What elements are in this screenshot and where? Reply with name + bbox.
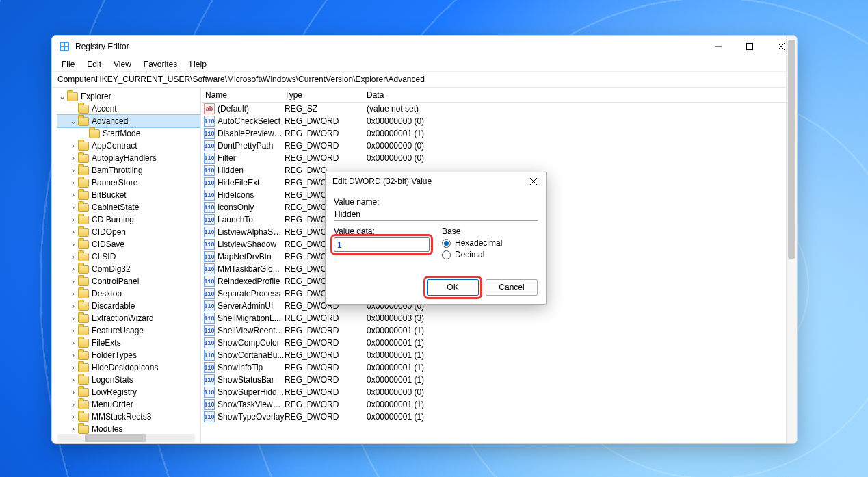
minimize-button[interactable] — [702, 36, 734, 57]
expand-collapse-icon[interactable]: › — [68, 338, 78, 348]
tree-pane[interactable]: ⌄ExplorerAccent⌄AdvancedStartMode›AppCon… — [52, 88, 201, 443]
list-row[interactable]: 110ShellViewReente...REG_DWORD0x00000001… — [201, 324, 797, 337]
scrollbar-thumb[interactable] — [788, 40, 795, 259]
list-row[interactable]: 110DontPrettyPathREG_DWORD0x00000000 (0) — [201, 140, 797, 152]
list-header[interactable]: Name Type Data — [201, 88, 797, 103]
menu-favorites[interactable]: Favorites — [138, 58, 183, 70]
expand-collapse-icon[interactable]: › — [68, 326, 78, 335]
expand-collapse-icon[interactable]: › — [68, 227, 78, 237]
tree-item[interactable]: ›FolderTypes — [57, 349, 200, 361]
tree-item[interactable]: ›CIDOpen — [57, 226, 200, 238]
expand-collapse-icon[interactable]: › — [68, 412, 78, 422]
dialog-titlebar[interactable]: Edit DWORD (32-bit) Value — [326, 172, 546, 190]
expand-collapse-icon[interactable]: › — [68, 387, 78, 397]
list-row[interactable]: 110FilterREG_DWORD0x00000000 (0) — [201, 152, 797, 164]
expand-collapse-icon[interactable]: › — [68, 363, 78, 372]
expand-collapse-icon[interactable]: › — [68, 166, 78, 175]
menu-view[interactable]: View — [108, 58, 137, 70]
list-row[interactable]: 110ShellMigrationL...REG_DWORD0x00000003… — [201, 312, 797, 324]
tree-item[interactable]: ›AutoplayHandlers — [57, 152, 200, 164]
list-row[interactable]: 110ShowCortanaBu...REG_DWORD0x00000001 (… — [201, 349, 797, 361]
tree-item[interactable]: ›AppContract — [57, 140, 200, 152]
radio-decimal[interactable]: Decimal — [442, 250, 538, 259]
ok-button[interactable]: OK — [427, 279, 479, 296]
expand-collapse-icon[interactable]: › — [68, 313, 78, 323]
expand-collapse-icon[interactable]: › — [68, 400, 78, 409]
tree-horizontal-scrollbar[interactable] — [57, 434, 195, 442]
list-row[interactable]: 110ShowStatusBarREG_DWORD0x00000001 (1) — [201, 374, 797, 386]
tree-item[interactable]: ⌄Advanced — [57, 115, 200, 127]
tree-item[interactable]: ›CabinetState — [57, 201, 200, 214]
window-vertical-scrollbar[interactable] — [786, 36, 797, 443]
tree-item[interactable]: ›CIDSave — [57, 238, 200, 250]
expand-collapse-icon[interactable]: › — [68, 252, 78, 261]
tree-item[interactable]: ›LowRegistry — [57, 386, 200, 398]
list-row[interactable]: 110ShowSuperHidd...REG_DWORD0x00000000 (… — [201, 386, 797, 398]
tree-item[interactable]: ›CLSID — [57, 250, 200, 263]
list-row[interactable]: 110DisablePreviewD...REG_DWORD0x00000001… — [201, 127, 797, 140]
list-row[interactable]: 110ShowInfoTipREG_DWORD0x00000001 (1) — [201, 361, 797, 374]
tree-item[interactable]: ›FeatureUsage — [57, 324, 200, 337]
list-row[interactable]: 110ShowTaskViewB...REG_DWORD0x00000001 (… — [201, 398, 797, 411]
expand-collapse-icon[interactable]: › — [68, 276, 78, 286]
tree-item[interactable]: ›Desktop — [57, 287, 200, 300]
expand-collapse-icon[interactable]: › — [68, 141, 78, 151]
address-bar[interactable]: Computer\HKEY_CURRENT_USER\Software\Micr… — [52, 72, 797, 88]
tree-item[interactable]: ›BitBucket — [57, 189, 200, 201]
tree-item[interactable]: StartMode — [57, 127, 200, 140]
expand-collapse-icon[interactable]: › — [68, 424, 78, 434]
tree-item[interactable]: ›Discardable — [57, 300, 200, 312]
expand-collapse-icon[interactable]: › — [68, 375, 78, 385]
tree-item[interactable]: ⌄Explorer — [57, 90, 200, 103]
expand-collapse-icon[interactable]: › — [68, 215, 78, 224]
tree-item[interactable]: ›FileExts — [57, 337, 200, 349]
list-row[interactable]: 110AutoCheckSelectREG_DWORD0x00000000 (0… — [201, 115, 797, 127]
dword-value-icon: 110 — [204, 288, 215, 299]
menu-file[interactable]: File — [56, 58, 80, 70]
menu-edit[interactable]: Edit — [81, 58, 107, 70]
expand-collapse-icon[interactable]: › — [68, 350, 78, 360]
expand-collapse-icon[interactable]: › — [68, 240, 78, 249]
tree-item[interactable]: ›BamThrottling — [57, 164, 200, 177]
expand-collapse-icon[interactable]: › — [68, 178, 78, 188]
radio-hexadecimal[interactable]: Hexadecimal — [442, 238, 538, 248]
svg-rect-4 — [65, 47, 68, 50]
expand-collapse-icon[interactable]: ⌄ — [68, 116, 78, 126]
column-type[interactable]: Type — [285, 90, 367, 100]
tree-item[interactable]: ›ComDlg32 — [57, 263, 200, 275]
value-data-cell: 0x00000001 (1) — [367, 412, 424, 422]
value-data-cell: 0x00000000 (0) — [367, 153, 424, 163]
expand-collapse-icon[interactable]: ⌄ — [57, 92, 67, 101]
value-data-cell: 0x00000001 (1) — [367, 350, 424, 360]
tree-item[interactable]: ›BannerStore — [57, 177, 200, 189]
expand-collapse-icon[interactable]: › — [68, 203, 78, 212]
column-name[interactable]: Name — [201, 90, 285, 100]
cancel-button[interactable]: Cancel — [486, 279, 538, 296]
tree-item[interactable]: ›CD Burning — [57, 214, 200, 226]
list-row[interactable]: 110ShowCompColorREG_DWORD0x00000001 (1) — [201, 337, 797, 349]
list-row[interactable]: 110ShowTypeOverlayREG_DWORD0x00000001 (1… — [201, 411, 797, 423]
tree-item[interactable]: ›ControlPanel — [57, 275, 200, 287]
expand-collapse-icon[interactable]: › — [68, 301, 78, 311]
expand-collapse-icon[interactable]: › — [68, 153, 78, 163]
tree-item[interactable]: ›LogonStats — [57, 374, 200, 386]
folder-icon — [78, 179, 89, 188]
tree-item[interactable]: ›ExtractionWizard — [57, 312, 200, 324]
expand-collapse-icon[interactable]: › — [68, 190, 78, 200]
tree-item[interactable]: ›MMStuckRects3 — [57, 411, 200, 423]
expand-collapse-icon[interactable]: › — [68, 264, 78, 274]
titlebar[interactable]: Registry Editor — [52, 36, 797, 57]
value-data-input[interactable] — [334, 237, 430, 252]
menu-help[interactable]: Help — [184, 58, 212, 70]
tree-item[interactable]: Accent — [57, 103, 200, 115]
tree-item[interactable]: ›HideDesktopIcons — [57, 361, 200, 374]
dialog-close-button[interactable] — [524, 174, 543, 189]
value-name-cell: HideFileExt — [218, 178, 285, 188]
list-row[interactable]: ab(Default)REG_SZ(value not set) — [201, 103, 797, 115]
column-data[interactable]: Data — [367, 90, 797, 100]
tree-item-label: ControlPanel — [92, 276, 139, 286]
scrollbar-thumb[interactable] — [85, 434, 146, 442]
expand-collapse-icon[interactable]: › — [68, 289, 78, 298]
maximize-button[interactable] — [734, 36, 765, 57]
tree-item[interactable]: ›MenuOrder — [57, 398, 200, 411]
